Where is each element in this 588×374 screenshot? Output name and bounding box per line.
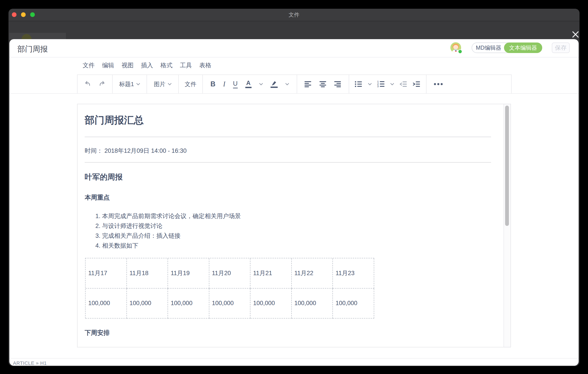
text-style-group: B I U A <box>203 75 297 93</box>
indent-icon[interactable] <box>413 81 420 87</box>
svg-text:1: 1 <box>377 81 379 83</box>
highlight-bar <box>271 87 278 88</box>
font-color-bar <box>245 87 252 88</box>
list-item: 完成相关产品介绍：插入链接 <box>95 231 241 241</box>
table-cell[interactable]: 100,000 <box>209 288 251 319</box>
underline-button[interactable]: U <box>233 80 238 88</box>
menu-edit[interactable]: 编辑 <box>102 61 114 69</box>
horizontal-rule <box>85 137 491 137</box>
toolbar-divider <box>9 93 579 94</box>
menu-view[interactable]: 视图 <box>122 61 134 69</box>
font-color-button[interactable]: A <box>245 80 252 88</box>
list-item-text: 与设计师进行视觉讨论 <box>102 222 162 229</box>
table-cell[interactable]: 11月23 <box>333 258 374 288</box>
more-group <box>427 75 511 93</box>
file-group: 文件 <box>179 75 203 93</box>
table-cell[interactable]: 100,000 <box>127 288 168 319</box>
menu-table[interactable]: 表格 <box>199 61 211 69</box>
save-button[interactable]: 保存 <box>552 43 570 53</box>
screenshot-stage: 文件 部门周报 MD编辑器 文本编辑器 保存 <box>0 0 588 374</box>
list-item: 相关数据如下 <box>95 241 241 251</box>
insert-file-button[interactable]: 文件 <box>185 80 196 88</box>
doc-heading-1: 部门周报汇总 <box>85 114 144 127</box>
font-color-chevron-icon[interactable] <box>259 83 263 86</box>
list-item: 与设计师进行视觉讨论 <box>95 221 241 231</box>
highlight-chevron-icon[interactable] <box>285 83 289 86</box>
horizontal-rule <box>85 162 491 163</box>
more-options-icon[interactable] <box>434 83 443 86</box>
image-dropdown[interactable]: 图片 <box>154 80 172 88</box>
menu-format[interactable]: 格式 <box>160 61 172 69</box>
numbered-list-icon[interactable]: 1 2 3 <box>377 81 385 88</box>
zoom-traffic-button[interactable] <box>30 12 35 17</box>
format-toolbar: 标题1 图片 文件 <box>77 75 512 93</box>
app-window: 文件 部门周报 MD编辑器 文本编辑器 保存 <box>9 9 579 366</box>
chevron-down-icon <box>168 83 172 86</box>
svg-text:2: 2 <box>377 83 379 86</box>
table-cell[interactable]: 100,000 <box>251 288 292 319</box>
table-cell[interactable]: 11月19 <box>168 258 209 288</box>
footer-divider <box>9 358 579 359</box>
table-cell[interactable]: 11月20 <box>209 258 251 288</box>
list-indent-group: 1 2 3 <box>349 75 427 93</box>
table-cell[interactable]: 100,000 <box>168 288 209 319</box>
minimize-traffic-button[interactable] <box>21 12 26 17</box>
highlighter-icon <box>271 80 277 86</box>
chevron-down-icon <box>136 83 140 86</box>
editor-card: 部门周报 MD编辑器 文本编辑器 保存 文件 编辑 视图 插入 <box>9 39 579 366</box>
close-icon <box>571 30 579 39</box>
text-editor-tab[interactable]: 文本编辑器 <box>504 43 542 53</box>
bullet-list-chevron-icon[interactable] <box>368 83 372 86</box>
redo-button[interactable] <box>98 80 106 88</box>
history-group <box>77 75 113 93</box>
scrollbar-track[interactable] <box>504 104 511 347</box>
heading-dropdown[interactable]: 标题1 <box>119 80 140 88</box>
document-title: 部门周报 <box>17 44 48 54</box>
align-left-icon[interactable] <box>304 81 312 87</box>
table-cell[interactable]: 100,000 <box>292 288 333 319</box>
status-breadcrumb: ARTICLE » H1 <box>13 360 47 366</box>
redo-icon <box>98 80 106 88</box>
editor-mode-switch: MD编辑器 文本编辑器 <box>472 43 542 53</box>
document-editor-area[interactable]: 部门周报汇总 时间： 2018年12月09日 14:00 - 16:30 叶军的… <box>77 104 511 347</box>
avatar-face <box>453 45 458 49</box>
align-group <box>297 75 349 93</box>
data-table[interactable]: 11月17 11月18 11月19 11月20 11月21 11月22 11月2… <box>85 258 374 319</box>
document-body[interactable]: 部门周报汇总 时间： 2018年12月09日 14:00 - 16:30 叶军的… <box>77 104 504 347</box>
svg-text:3: 3 <box>377 85 379 88</box>
font-color-letter: A <box>246 80 251 86</box>
scrollbar-thumb[interactable] <box>505 106 509 226</box>
doc-ordered-list: 本周完成产品前期需求讨论会议，确定相关用户场景 与设计师进行视觉讨论 完成相关产… <box>95 211 241 251</box>
table-cell[interactable]: 11月21 <box>251 258 292 288</box>
italic-button[interactable]: I <box>223 80 225 88</box>
outdent-icon[interactable] <box>400 81 407 87</box>
doc-section-heading: 下周安排 <box>85 329 110 337</box>
menu-tools[interactable]: 工具 <box>180 61 192 69</box>
table-cell[interactable]: 100,000 <box>85 288 127 319</box>
align-right-icon[interactable] <box>334 81 342 87</box>
doc-section-heading: 本周重点 <box>85 193 110 202</box>
list-item: 本周完成产品前期需求讨论会议，确定相关用户场景 <box>95 211 241 221</box>
window-titlebar[interactable]: 文件 <box>9 9 579 21</box>
heading-group: 标题1 <box>113 75 147 93</box>
numbered-list-chevron-icon[interactable] <box>390 83 394 86</box>
align-center-icon[interactable] <box>319 81 327 87</box>
bold-button[interactable]: B <box>210 80 215 88</box>
table-cell[interactable]: 11月22 <box>292 258 333 288</box>
table-cell[interactable]: 11月18 <box>127 258 168 288</box>
table-cell[interactable]: 11月17 <box>85 258 127 288</box>
table-cell[interactable]: 100,000 <box>333 288 374 319</box>
undo-button[interactable] <box>83 80 92 88</box>
image-group: 图片 <box>147 75 179 93</box>
window-title: 文件 <box>289 11 299 18</box>
bullet-list-icon[interactable] <box>355 81 362 87</box>
list-item-text: 完成相关产品介绍：插入链接 <box>102 232 180 239</box>
undo-icon <box>83 80 92 88</box>
background-sidebar-hint <box>9 33 66 40</box>
avatar-bow <box>455 51 457 52</box>
menu-file[interactable]: 文件 <box>83 61 95 69</box>
highlight-button[interactable] <box>271 80 278 88</box>
close-traffic-button[interactable] <box>12 12 17 17</box>
menu-insert[interactable]: 插入 <box>141 61 153 69</box>
md-editor-tab[interactable]: MD编辑器 <box>472 43 505 53</box>
